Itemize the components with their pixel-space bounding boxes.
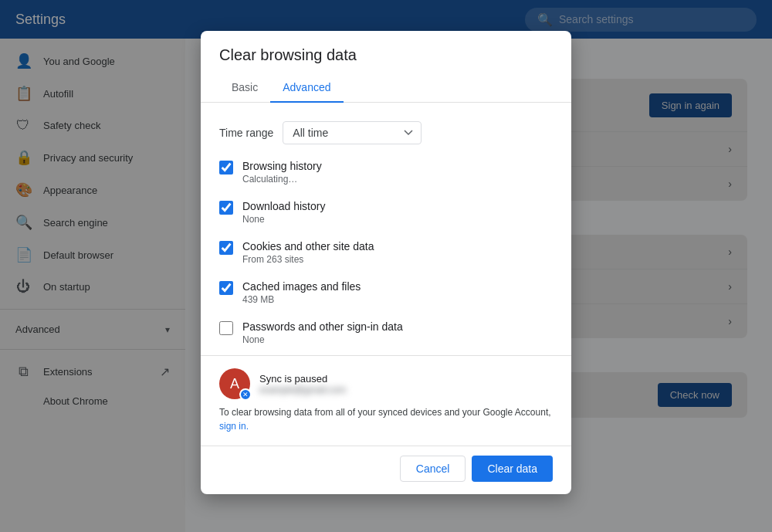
browsing-history-label[interactable]: Browsing history <box>242 160 322 172</box>
sync-avatar-letter: A <box>230 376 239 392</box>
checkbox-item-cookies: Cookies and other site data From 263 sit… <box>219 237 553 268</box>
browsing-history-checkbox[interactable] <box>219 161 233 175</box>
sync-title: Sync is paused <box>259 373 346 385</box>
cached-label[interactable]: Cached images and files <box>242 280 361 293</box>
clear-data-button[interactable]: Clear data <box>472 456 553 482</box>
checkbox-item-cached: Cached images and files 439 MB <box>219 277 553 308</box>
browsing-history-sublabel: Calculating… <box>242 174 553 185</box>
passwords-sublabel: None <box>242 334 553 345</box>
sync-avatar: A ✕ <box>219 368 250 399</box>
checkbox-item-browsing-history: Browsing history Calculating… <box>219 157 553 188</box>
sync-row: A ✕ Sync is paused example@gmail.com <box>219 368 553 399</box>
sync-description: To clear browsing data from all of your … <box>219 405 553 433</box>
download-history-label[interactable]: Download history <box>242 200 325 212</box>
sync-badge: ✕ <box>239 388 252 401</box>
cached-checkbox[interactable] <box>219 281 233 295</box>
dialog-footer: Cancel Clear data <box>201 446 571 494</box>
cookies-checkbox[interactable] <box>219 241 233 255</box>
time-range-label: Time range <box>219 127 273 139</box>
checkbox-item-download-history: Download history None <box>219 197 553 228</box>
sync-email: example@gmail.com <box>259 385 346 395</box>
cookies-label[interactable]: Cookies and other site data <box>242 240 374 252</box>
clear-browsing-data-dialog: Clear browsing data Basic Advanced Time … <box>201 31 571 494</box>
tab-basic[interactable]: Basic <box>219 73 270 103</box>
tab-advanced[interactable]: Advanced <box>270 73 343 103</box>
cookies-sublabel: From 263 sites <box>242 254 553 265</box>
download-history-sublabel: None <box>242 214 553 225</box>
sync-section: A ✕ Sync is paused example@gmail.com To … <box>201 355 571 446</box>
passwords-checkbox[interactable] <box>219 321 233 335</box>
main-layout: 👤 You and Google 📋 Autofill 🛡 Safety che… <box>0 39 772 532</box>
dialog-body: Time range Last hour Last 24 hours Last … <box>201 109 571 355</box>
dialog-title: Clear browsing data <box>219 46 553 64</box>
cancel-button[interactable]: Cancel <box>400 456 466 482</box>
sync-sign-in-link[interactable]: sign in. <box>219 421 249 432</box>
time-range-select[interactable]: Last hour Last 24 hours Last 7 days Last… <box>283 121 422 144</box>
time-range-row: Time range Last hour Last 24 hours Last … <box>219 121 553 144</box>
modal-overlay: Clear browsing data Basic Advanced Time … <box>0 0 772 532</box>
passwords-label[interactable]: Passwords and other sign-in data <box>242 320 403 333</box>
cached-sublabel: 439 MB <box>242 294 553 305</box>
download-history-checkbox[interactable] <box>219 201 233 215</box>
dialog-tabs: Basic Advanced <box>201 73 571 103</box>
dialog-header: Clear browsing data Basic Advanced <box>201 31 571 109</box>
checkbox-item-passwords: Passwords and other sign-in data None <box>219 317 553 348</box>
